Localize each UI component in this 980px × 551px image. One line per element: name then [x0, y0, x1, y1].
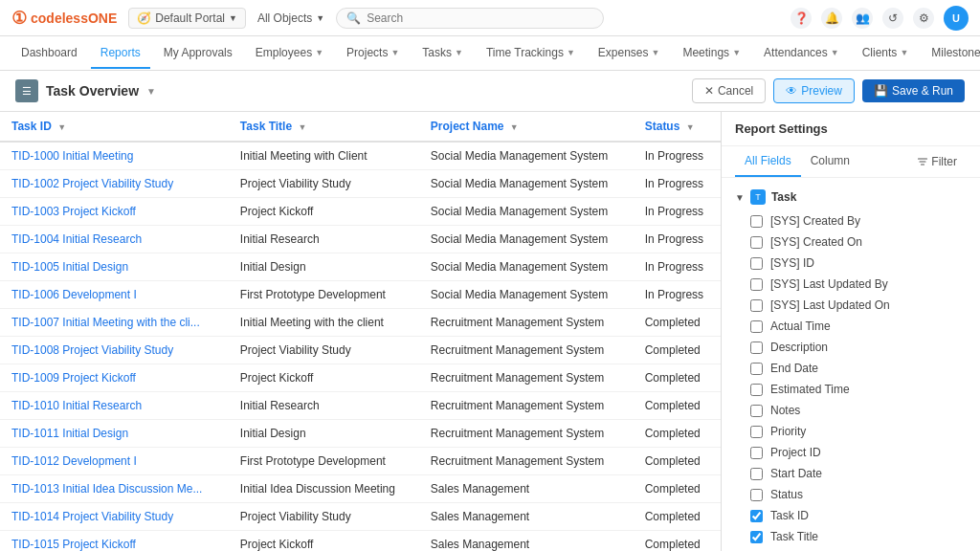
table-row: TID-1011 Initial Design Initial Design R… — [0, 420, 721, 448]
settings-icon[interactable]: ⚙ — [913, 8, 934, 29]
task-id-cell[interactable]: TID-1008 Project Viability Study — [0, 337, 229, 364]
column-task-id[interactable]: Task ID ▼ — [0, 112, 229, 142]
nav-item-employees[interactable]: Employees ▼ — [246, 38, 333, 69]
task-title-cell: Project Viability Study — [229, 503, 419, 531]
preview-button[interactable]: 👁 Preview — [773, 78, 855, 103]
nav-item-reports[interactable]: Reports — [91, 38, 150, 69]
field-label[interactable]: [SYS] Last Updated On — [770, 298, 967, 312]
field-checkbox[interactable] — [750, 510, 763, 522]
task-section-icon: T — [750, 189, 766, 205]
field-checkbox[interactable] — [750, 215, 763, 228]
field-label[interactable]: Task Title — [770, 530, 967, 543]
nav-item-meetings[interactable]: Meetings ▼ — [673, 38, 750, 69]
field-label[interactable]: Actual Time — [770, 320, 967, 333]
task-id-cell[interactable]: TID-1003 Project Kickoff — [0, 198, 229, 226]
task-id-cell[interactable]: TID-1015 Project Kickoff — [0, 531, 229, 552]
field-checkbox[interactable] — [750, 257, 763, 270]
chevron-down-icon: ▼ — [732, 48, 741, 57]
sort-icon: ▼ — [510, 122, 519, 132]
field-checkbox[interactable] — [750, 447, 763, 459]
task-id-cell[interactable]: TID-1011 Initial Design — [0, 420, 229, 448]
help-icon[interactable]: ❓ — [791, 8, 812, 29]
field-checkbox[interactable] — [750, 426, 763, 438]
chevron-down-icon[interactable]: ▼ — [146, 86, 156, 97]
refresh-icon[interactable]: ↺ — [882, 8, 903, 29]
sort-icon: ▼ — [686, 122, 695, 132]
filter-button[interactable]: Filter — [907, 147, 967, 176]
task-section-header[interactable]: ▼ T Task — [722, 184, 980, 210]
save-run-button[interactable]: 💾 Save & Run — [862, 79, 965, 102]
table-row: TID-1012 Development I First Prototype D… — [0, 448, 721, 475]
users-icon[interactable]: 👥 — [852, 8, 873, 29]
task-id-cell[interactable]: TID-1013 Initial Idea Discussion Me... — [0, 475, 229, 503]
nav-item-timetrackings[interactable]: Time Trackings ▼ — [477, 38, 585, 69]
nav-item-expenses[interactable]: Expenses ▼ — [589, 38, 670, 69]
field-checkbox[interactable] — [750, 489, 763, 501]
task-id-cell[interactable]: TID-1004 Initial Research — [0, 226, 229, 253]
field-checkbox[interactable] — [750, 342, 763, 354]
task-id-cell[interactable]: TID-1005 Initial Design — [0, 253, 229, 281]
field-label[interactable]: Project ID — [770, 446, 967, 459]
avatar[interactable]: U — [944, 6, 969, 31]
task-id-cell[interactable]: TID-1009 Project Kickoff — [0, 364, 229, 392]
field-label[interactable]: [SYS] ID — [770, 256, 967, 270]
table-row: TID-1006 Development I First Prototype D… — [0, 281, 721, 309]
nav-item-tasks[interactable]: Tasks ▼ — [412, 38, 473, 69]
nav-item-clients[interactable]: Clients ▼ — [853, 38, 919, 69]
field-item: Start Date — [722, 463, 980, 484]
field-label[interactable]: End Date — [770, 362, 967, 375]
field-label[interactable]: [SYS] Created By — [770, 214, 967, 228]
column-project-name[interactable]: Project Name ▼ — [419, 112, 634, 142]
field-label[interactable]: [SYS] Created On — [770, 235, 967, 249]
task-id-cell[interactable]: TID-1000 Initial Meeting — [0, 142, 229, 170]
field-checkbox[interactable] — [750, 320, 763, 333]
search-input[interactable] — [367, 11, 593, 25]
task-id-cell[interactable]: TID-1002 Project Viability Study — [0, 170, 229, 198]
brand-logo: ① codelessONE — [11, 8, 117, 29]
nav-item-projects[interactable]: Projects ▼ — [337, 38, 409, 69]
task-id-cell[interactable]: TID-1010 Initial Research — [0, 392, 229, 420]
brand-name: codelessONE — [31, 11, 117, 26]
status-cell: In Progress — [634, 226, 721, 253]
field-label[interactable]: Task ID — [770, 509, 967, 522]
field-checkbox[interactable] — [750, 278, 763, 291]
field-checkbox[interactable] — [750, 405, 763, 417]
field-checkbox[interactable] — [750, 468, 763, 480]
search-box[interactable]: 🔍 — [336, 8, 604, 29]
field-checkbox[interactable] — [750, 236, 763, 249]
task-id-cell[interactable]: TID-1012 Development I — [0, 448, 229, 475]
field-label[interactable]: Notes — [770, 404, 967, 417]
field-checkbox[interactable] — [750, 531, 763, 543]
tab-column[interactable]: Column — [801, 146, 859, 177]
status-cell: Completed — [634, 420, 721, 448]
field-label[interactable]: [SYS] Last Updated By — [770, 277, 967, 291]
field-label[interactable]: Start Date — [770, 467, 967, 480]
field-checkbox[interactable] — [750, 384, 763, 396]
portal-selector[interactable]: 🧭 Default Portal ▼ — [128, 8, 246, 29]
task-title-cell: Initial Idea Discussion Meeting — [229, 475, 419, 503]
field-label[interactable]: Status — [770, 488, 967, 501]
field-item: [SYS] Created By — [722, 210, 980, 231]
field-checkbox[interactable] — [750, 299, 763, 312]
nav-item-attendances[interactable]: Attendances ▼ — [754, 38, 849, 69]
nav-item-dashboard[interactable]: Dashboard — [11, 38, 87, 69]
chevron-down-icon: ▼ — [900, 48, 908, 57]
field-checkbox[interactable] — [750, 363, 763, 375]
column-status[interactable]: Status ▼ — [634, 112, 721, 142]
nav-item-approvals[interactable]: My Approvals — [154, 38, 242, 69]
field-label[interactable]: Estimated Time — [770, 383, 967, 396]
column-task-title[interactable]: Task Title ▼ — [229, 112, 419, 142]
field-label[interactable]: Description — [770, 341, 967, 354]
task-title-cell: Initial Design — [229, 420, 419, 448]
notifications-icon[interactable]: 🔔 — [821, 8, 842, 29]
field-label[interactable]: Priority — [770, 425, 967, 438]
all-objects-btn[interactable]: All Objects ▼ — [257, 11, 324, 25]
nav-item-milestones[interactable]: Milestones ▼ — [922, 38, 980, 69]
task-id-cell[interactable]: TID-1007 Initial Meeting with the cli... — [0, 309, 229, 337]
tab-all-fields[interactable]: All Fields — [735, 146, 801, 177]
cancel-button[interactable]: ✕ Cancel — [692, 78, 766, 103]
task-id-cell[interactable]: TID-1014 Project Viability Study — [0, 503, 229, 531]
field-item: [SYS] ID — [722, 253, 980, 274]
project-name-cell: Recruitment Management System — [419, 448, 634, 475]
task-id-cell[interactable]: TID-1006 Development I — [0, 281, 229, 309]
